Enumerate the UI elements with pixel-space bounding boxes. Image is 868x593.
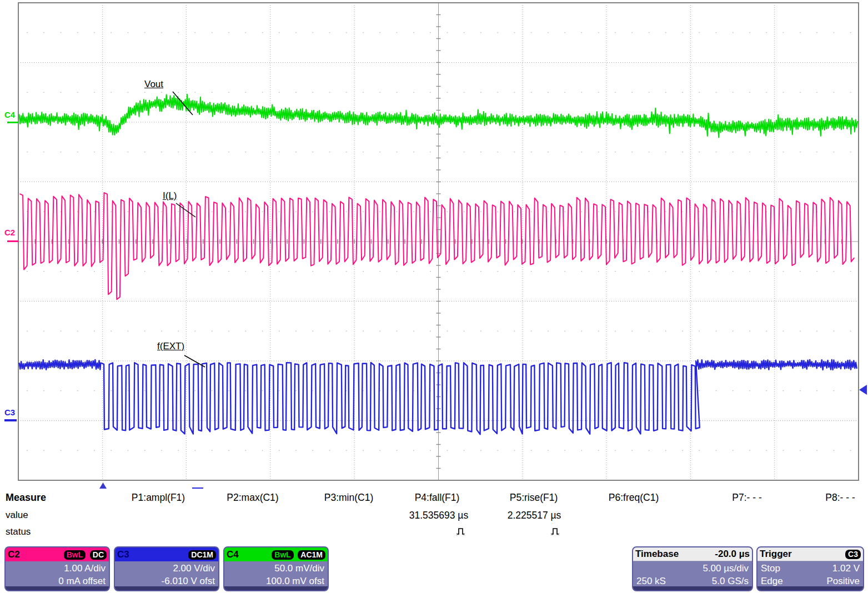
c2-level-marker[interactable]: [7, 240, 18, 242]
channel-box-footer: [6, 586, 109, 590]
offset: 100.0 mV ofst: [228, 575, 324, 587]
c3-level-marker[interactable]: [4, 419, 17, 421]
offset: -6.010 V ofst: [118, 575, 215, 587]
trigger-body: Stop1.02 V EdgePositive: [757, 561, 863, 587]
measure-p5-value: 2.225517 µs: [508, 510, 561, 521]
trigger-position-marker[interactable]: [98, 483, 108, 489]
timebase-header: Timebase -20.0 µs: [633, 547, 752, 561]
offset: 0 mA offset: [9, 575, 106, 587]
trigger-type: Edge: [761, 575, 783, 587]
timebase-title: Timebase: [635, 549, 679, 560]
channel-box-c3-body: 2.00 V/div -6.010 V ofst: [115, 561, 218, 587]
trigger-box-footer: [757, 586, 863, 590]
waveform-c3-fext: [19, 360, 857, 434]
c4-channel-indicator: C4: [4, 110, 16, 119]
measure-p4[interactable]: P4:fall(F1): [415, 492, 460, 504]
channel-box-footer: [115, 586, 218, 590]
channel-badges: BwL AC1M: [270, 550, 325, 560]
c3-channel-indicator: C3: [4, 408, 15, 417]
channel-badges: DC1M: [187, 550, 216, 560]
coupling-badge: DC: [90, 550, 107, 560]
channel-box-c4[interactable]: C4 BwL AC1M 50.0 mV/div 100.0 mV ofst: [223, 546, 329, 591]
measure-p5[interactable]: P5:rise(F1): [510, 492, 558, 504]
channel-box-c2-header: C2 BwL DC: [6, 547, 109, 561]
timebase-delay: -20.0 µs: [715, 549, 750, 560]
channel-box-c4-header: C4 BwL AC1M: [224, 547, 328, 561]
trigger-box[interactable]: Trigger C3 Stop1.02 V EdgePositive: [756, 546, 864, 591]
oscilloscope-screen: C4 C2 C3 Vout I(L) f(EXT) Measure value …: [0, 0, 868, 593]
measure-value-row-label: value: [6, 510, 28, 521]
measure-p7[interactable]: P7:- - -: [732, 492, 761, 504]
channel-name: C2: [8, 549, 20, 560]
f1-position-marker[interactable]: [192, 488, 203, 489]
c4-level-marker[interactable]: [7, 122, 18, 123]
coupling-badge: DC1M: [188, 550, 216, 560]
volts-per-div: 2.00 V/div: [118, 562, 215, 575]
channel-box-footer: [224, 586, 328, 590]
measure-p2[interactable]: P2:max(C1): [227, 492, 278, 504]
volts-per-div: 50.0 mV/div: [228, 562, 324, 575]
volts-per-div: 1.00 A/div: [9, 562, 106, 575]
scope-display: C4 C2 C3: [0, 0, 868, 489]
measure-status-row-label: status: [6, 526, 31, 537]
trigger-mode: Stop: [761, 562, 780, 575]
timebase-body: 5.00 µs/div 250 kS5.0 GS/s: [633, 561, 752, 587]
il-trace-label[interactable]: I(L): [163, 190, 177, 202]
channel-badges: BwL DC: [62, 550, 107, 560]
timebase-box[interactable]: Timebase -20.0 µs 5.00 µs/div 250 kS5.0 …: [632, 546, 753, 591]
sample-count: 250 kS: [636, 575, 666, 587]
channel-box-c2[interactable]: C2 BwL DC 1.00 A/div 0 mA offset: [4, 546, 110, 591]
trigger-header: Trigger C3: [757, 547, 863, 561]
channel-name: C4: [227, 549, 239, 560]
channel-box-c3[interactable]: C3 DC1M 2.00 V/div -6.010 V ofst: [114, 546, 219, 591]
time-per-div: 5.00 µs/div: [703, 562, 749, 575]
trigger-slope: Positive: [826, 575, 860, 587]
coupling-badge: AC1M: [298, 550, 325, 560]
timebase-box-footer: [633, 586, 752, 590]
pulse-status-icon: [455, 525, 466, 537]
bwl-badge: BwL: [272, 550, 294, 560]
measure-p6[interactable]: P6:freq(C1): [609, 492, 659, 504]
c2-channel-indicator: C2: [4, 228, 15, 237]
pulse-status-icon: [550, 525, 561, 537]
measure-p8[interactable]: P8:- - -: [825, 492, 855, 504]
measure-p3[interactable]: P3:min(C1): [324, 492, 374, 504]
channel-box-c2-body: 1.00 A/div 0 mA offset: [6, 561, 109, 587]
channel-box-c4-body: 50.0 mV/div 100.0 mV ofst: [224, 561, 328, 587]
measure-title: Measure: [6, 492, 46, 504]
channel-box-c3-header: C3 DC1M: [115, 547, 218, 561]
il-leader-line: [176, 203, 195, 217]
measure-p1[interactable]: P1:ampl(F1): [132, 492, 185, 504]
trigger-title: Trigger: [760, 549, 792, 560]
vout-trace-label[interactable]: Vout: [144, 79, 163, 90]
trigger-level: 1.02 V: [832, 562, 860, 575]
trigger-level-marker[interactable]: [859, 385, 867, 395]
fext-trace-label[interactable]: f(EXT): [157, 341, 184, 352]
measure-p4-value: 31.535693 µs: [409, 510, 468, 521]
bwl-badge: BwL: [64, 550, 86, 560]
trigger-source-badge: C3: [845, 550, 861, 559]
sample-rate: 5.0 GS/s: [712, 575, 749, 587]
waveform-c2-il: [20, 193, 855, 299]
channel-name: C3: [117, 549, 129, 560]
